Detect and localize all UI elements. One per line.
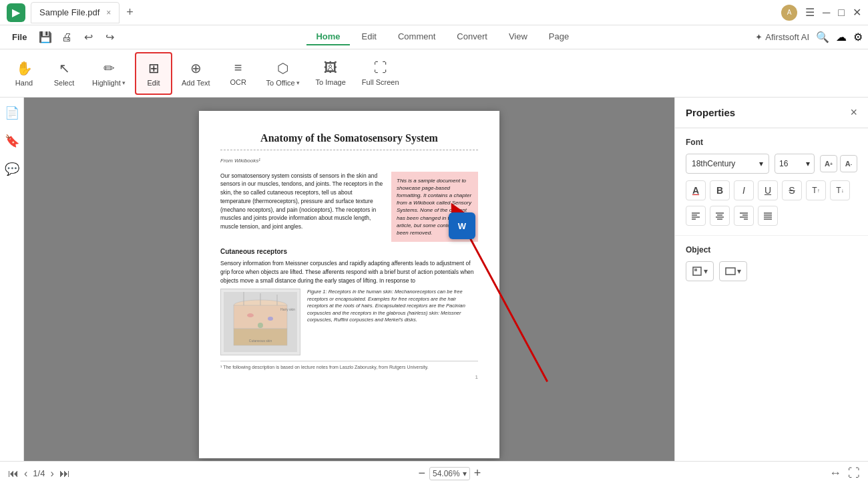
select-tool-button[interactable]: ↖ Select <box>45 52 83 95</box>
file-menu-button[interactable]: File <box>5 29 33 45</box>
main-area: 📄 🔖 💬 Anatomy of the Somatosensory Syste… <box>0 98 868 461</box>
object-option1-button[interactable]: ▾ <box>686 261 714 281</box>
svg-rect-3 <box>234 329 287 345</box>
underline-button[interactable]: U <box>758 180 778 200</box>
edit-tool-button[interactable]: ⊞ Edit <box>135 52 172 95</box>
align-left-button[interactable] <box>686 206 706 226</box>
svg-rect-31 <box>726 268 735 275</box>
select-icon: ↖ <box>59 60 70 76</box>
file-tab[interactable]: Sample File.pdf × <box>31 2 120 23</box>
obj2-arrow: ▾ <box>737 267 741 276</box>
edit-label: Edit <box>148 79 160 87</box>
settings-icon[interactable]: ⚙ <box>853 31 863 43</box>
zoom-in-button[interactable]: + <box>474 466 481 480</box>
align-justify-button[interactable] <box>758 206 778 226</box>
sidebar-pages-icon[interactable]: 📄 <box>2 103 22 123</box>
next-page-button[interactable]: › <box>50 468 53 480</box>
addtext-tool-button[interactable]: ⊕ Add Text <box>175 52 217 95</box>
pdf-page-number: 1 <box>220 373 478 381</box>
pdf-subtitle: From Wikibooks¹ <box>220 157 478 164</box>
tab-comment[interactable]: Comment <box>389 29 445 45</box>
redo-button[interactable]: ↪ <box>100 28 119 47</box>
fit-width-button[interactable]: ↔ <box>829 466 841 480</box>
tooffice-label: To Office <box>266 79 295 87</box>
obj1-arrow: ▾ <box>704 267 708 276</box>
highlight-icon: ✏ <box>103 60 115 76</box>
close-button[interactable]: ✕ <box>853 6 861 19</box>
to-word-icon[interactable]: W <box>449 212 475 239</box>
highlight-tool-button[interactable]: ✏ Highlight ▾ <box>85 52 132 95</box>
object-option2-button[interactable]: ▾ <box>719 261 747 281</box>
subscript-button[interactable]: T↓ <box>830 180 850 200</box>
hand-icon: ✋ <box>16 60 33 76</box>
strikethrough-button[interactable]: S <box>782 180 802 200</box>
toolbar: ✋ Hand ↖ Select ✏ Highlight ▾ ⊞ Edit ⊕ A… <box>0 49 868 98</box>
file-label: File <box>12 32 27 42</box>
print-button[interactable]: 🖨 <box>57 28 76 47</box>
tab-view[interactable]: View <box>499 29 537 45</box>
sidebar-bookmarks-icon[interactable]: 🔖 <box>2 131 22 151</box>
tab-close-button[interactable]: × <box>106 8 111 17</box>
undo-button[interactable]: ↩ <box>79 28 97 47</box>
title-bar: ▶ Sample File.pdf × + A ☰ ─ □ ✕ <box>0 0 868 25</box>
italic-button[interactable]: I <box>734 180 754 200</box>
fit-page-button[interactable]: ⛶ <box>848 466 860 480</box>
format-buttons-row: A B I U S T↑ T↓ <box>686 180 857 200</box>
pdf-section1-title: Cutaneous receptors <box>220 247 478 257</box>
svg-text:Cutaneous skin: Cutaneous skin <box>249 339 272 343</box>
font-name-dropdown[interactable]: 18thCentury ▾ <box>686 154 769 174</box>
properties-title: Properties <box>686 107 735 118</box>
tab-edit[interactable]: Edit <box>353 29 386 45</box>
ai-icon: ✦ <box>755 32 763 42</box>
pdf-title: Anatomy of the Somatosensory System <box>220 131 478 150</box>
bold-button[interactable]: B <box>710 180 730 200</box>
zoom-out-button[interactable]: − <box>419 466 426 480</box>
superscript-button[interactable]: T↑ <box>806 180 826 200</box>
ai-button[interactable]: ✦ Afirstsoft AI <box>755 32 809 42</box>
pdf-footnote: ¹ The following description is based on … <box>220 361 478 371</box>
prev-page-button[interactable]: ‹ <box>24 468 27 480</box>
tooffice-dropdown-arrow[interactable]: ▾ <box>296 79 300 86</box>
minimize-button[interactable]: ─ <box>823 7 830 19</box>
toimage-tool-button[interactable]: 🖼 To Image <box>309 52 353 95</box>
font-dropdown-arrow: ▾ <box>759 159 763 168</box>
font-size-increase-button[interactable]: A+ <box>820 155 837 172</box>
cloud-icon[interactable]: ☁ <box>836 31 847 43</box>
pdf-viewer[interactable]: Anatomy of the Somatosensory System From… <box>24 98 674 461</box>
tab-home[interactable]: Home <box>306 29 349 45</box>
svg-text:Hairy skin: Hairy skin <box>280 307 295 311</box>
properties-close-button[interactable]: × <box>850 106 857 120</box>
search-icon[interactable]: 🔍 <box>816 31 829 43</box>
tab-page[interactable]: Page <box>539 29 578 45</box>
new-tab-button[interactable]: + <box>122 5 138 19</box>
font-section-label: Font <box>686 138 857 147</box>
zoom-level-value: 54.06% <box>433 469 460 478</box>
object-section-label: Object <box>686 245 857 255</box>
font-size-decrease-button[interactable]: A- <box>840 155 857 172</box>
save-button[interactable]: 💾 <box>36 28 55 47</box>
first-page-button[interactable]: ⏮ <box>8 468 19 480</box>
align-center-button[interactable] <box>710 206 730 226</box>
font-section: Font 18thCentury ▾ 16 ▾ A+ A- A B <box>675 128 868 236</box>
font-size-dropdown[interactable]: 16 ▾ <box>775 154 815 174</box>
tooffice-tool-button[interactable]: ⬡ To Office ▾ <box>260 52 306 95</box>
last-page-button[interactable]: ⏭ <box>59 468 70 480</box>
fullscreen-tool-button[interactable]: ⛶ Full Screen <box>355 52 406 95</box>
font-color-button[interactable]: A <box>686 180 706 200</box>
tab-convert[interactable]: Convert <box>447 29 497 45</box>
select-label: Select <box>54 79 75 87</box>
maximize-button[interactable]: □ <box>838 7 845 19</box>
zoom-level-selector[interactable]: 54.06% ▾ <box>429 467 470 480</box>
page-indicator: 1/4 <box>33 468 45 478</box>
pdf-left-col: Our somatosensory system consists of sen… <box>220 172 383 242</box>
toimage-icon: 🖼 <box>324 60 337 75</box>
pdf-figure-container: Hairy skin Cutaneous skin Figure 1: Rece… <box>220 289 478 355</box>
tab-area: Sample File.pdf × + <box>31 2 776 23</box>
sidebar-comments-icon[interactable]: 💬 <box>2 159 22 179</box>
align-right-button[interactable] <box>734 206 754 226</box>
ocr-tool-button[interactable]: ≡ OCR <box>220 52 257 95</box>
highlight-dropdown-arrow[interactable]: ▾ <box>122 79 126 86</box>
hand-tool-button[interactable]: ✋ Hand <box>5 52 43 95</box>
hamburger-icon[interactable]: ☰ <box>805 6 815 19</box>
pdf-intro-text: Our somatosensory system consists of sen… <box>220 172 383 231</box>
